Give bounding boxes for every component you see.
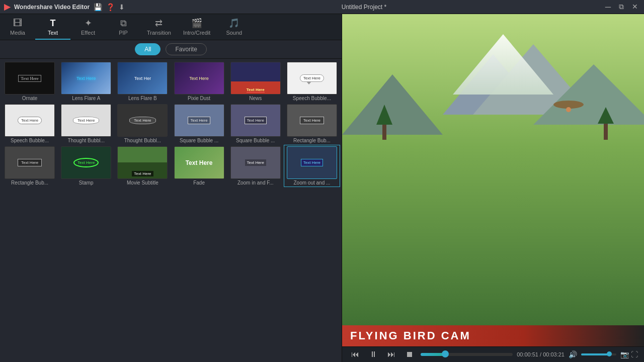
thumb-thought-bubble2-label: Thought Bubbl...: [124, 138, 161, 143]
thumb-zoom-out-label: Zoom out and ...: [293, 180, 330, 186]
tab-sound-label: Sound: [226, 30, 242, 36]
volume-bar[interactable]: [581, 353, 616, 355]
thumb-fade[interactable]: Text Here Fade: [171, 145, 226, 187]
thumb-news-label: News: [249, 96, 262, 101]
thumb-rect-bub1-label: Rectangle Bub...: [293, 138, 331, 143]
restore-button[interactable]: ⧉: [617, 3, 626, 12]
svg-point-11: [566, 107, 571, 112]
thumbnails-area: Text Here Ornate Text Here Lens Flare A …: [0, 59, 342, 362]
tab-effect-label: Effect: [81, 30, 95, 36]
thumb-news[interactable]: Text Here News: [228, 61, 283, 102]
thumb-lens-flare-a[interactable]: Text Here Lens Flare A: [58, 61, 114, 102]
tab-transition[interactable]: ⇄ Transition: [141, 16, 177, 40]
tab-text-label: Text: [48, 30, 58, 36]
pip-icon: ⧉: [120, 18, 127, 29]
stop-button[interactable]: ⏹: [403, 349, 417, 360]
progress-bar[interactable]: [421, 353, 513, 356]
thumb-thought-bubble2[interactable]: Text Here Thought Bubbl...: [115, 103, 170, 144]
tab-intro[interactable]: 🎬 Intro/Credit: [177, 16, 216, 40]
screen-buttons: 📷 ⛶: [620, 350, 638, 358]
thumb-speech-bubble2-label: Speech Bubble...: [11, 138, 49, 143]
titlebar-title: Untitled Project *: [342, 4, 386, 11]
tab-effect[interactable]: ✦ Effect: [70, 16, 106, 40]
thumb-lens-flare-b-label: Lens Flare B: [128, 96, 157, 101]
thumb-zoom-in-label: Zoom in and F...: [237, 180, 274, 186]
thumb-ornate[interactable]: Text Here Ornate: [2, 61, 57, 102]
filter-all-button[interactable]: All: [135, 43, 160, 55]
video-frame: FLYING BIRD CAM: [342, 14, 644, 346]
thumb-ornate-label: Ornate: [22, 96, 38, 101]
intro-icon: 🎬: [191, 18, 202, 29]
thumb-lens-flare-b[interactable]: Text Her Lens Flare B: [115, 61, 170, 102]
progress-thumb: [442, 350, 449, 357]
tab-bar: 🎞 Media T Text ✦ Effect ⧉ PIP ⇄ Transiti…: [0, 14, 342, 40]
close-button[interactable]: ✕: [630, 3, 640, 12]
volume-fill: [581, 353, 609, 355]
titlebar-controls: ─ ⧉ ✕: [603, 3, 640, 12]
video-overlay-text: FLYING BIRD CAM: [342, 325, 644, 346]
left-panel: 🎞 Media T Text ✦ Effect ⧉ PIP ⇄ Transiti…: [0, 14, 342, 362]
thumb-stamp[interactable]: Text Here Stamp: [58, 145, 114, 187]
download-icon[interactable]: ⬇: [119, 3, 125, 11]
thumb-stamp-label: Stamp: [79, 180, 94, 186]
titlebar-left: ▶ Wondershare Video Editor 💾 ❓ ⬇: [4, 2, 125, 12]
fullscreen-button[interactable]: ⛶: [631, 350, 638, 358]
app-logo-icon: ▶: [4, 2, 10, 12]
media-icon: 🎞: [13, 18, 22, 29]
transition-icon: ⇄: [155, 18, 163, 29]
play-next-button[interactable]: ⏭: [384, 349, 398, 360]
tab-intro-label: Intro/Credit: [183, 30, 210, 36]
app-name: Wondershare Video Editor: [14, 4, 90, 11]
thumb-speech-bubble2[interactable]: Text Here Speech Bubble...: [2, 103, 57, 144]
minimize-button[interactable]: ─: [603, 3, 613, 12]
thumb-rect-bub2[interactable]: Text Here Rectangle Bub...: [2, 145, 57, 187]
thumb-movie-subtitle-label: Movie Subtitle: [127, 180, 158, 186]
thumb-square-bubble2-label: Square Bubble ...: [236, 138, 275, 143]
thumb-rect-bub1[interactable]: Text Here Rectangle Bub...: [284, 103, 340, 144]
thumb-rect-bub2-label: Rectangle Bub...: [11, 180, 48, 186]
titlebar: ▶ Wondershare Video Editor 💾 ❓ ⬇ Untitle…: [0, 0, 644, 14]
tab-media-label: Media: [10, 30, 25, 36]
thumb-zoom-in[interactable]: Text Here Zoom in and F...: [228, 145, 283, 187]
tab-sound[interactable]: 🎵 Sound: [216, 16, 252, 40]
thumb-movie-subtitle[interactable]: Text Here Movie Subtitle: [115, 145, 170, 187]
thumb-pixie-dust-label: Pixie Dust: [188, 96, 210, 101]
skip-back-button[interactable]: ⏮: [348, 349, 362, 360]
thumb-square-bubble2[interactable]: Text Here Square Bubble ...: [228, 103, 283, 144]
tab-pip[interactable]: ⧉ PIP: [106, 16, 141, 40]
svg-rect-8: [604, 122, 608, 140]
filter-favorite-button[interactable]: Favorite: [166, 43, 206, 55]
playback-bar: ⏮ ⏸ ⏭ ⏹ 00:00:51 / 00:03:21 🔊 📷 ⛶: [342, 346, 644, 362]
right-panel: FLYING BIRD CAM ⏮ ⏸ ⏭ ⏹ 00:00:51 / 00:03…: [342, 14, 644, 362]
tab-transition-label: Transition: [147, 30, 171, 36]
time-display: 00:00:51 / 00:03:21: [517, 351, 565, 357]
save-icon[interactable]: 💾: [94, 3, 102, 11]
tab-media[interactable]: 🎞 Media: [0, 16, 35, 40]
pause-button[interactable]: ⏸: [366, 349, 380, 360]
tab-pip-label: PIP: [119, 30, 128, 36]
filter-bar: All Favorite: [0, 40, 342, 59]
thumb-thought-bubble1-label: Thought Bubbl...: [68, 138, 105, 143]
screenshot-button[interactable]: 📷: [620, 350, 629, 358]
thumb-fade-label: Fade: [193, 180, 205, 186]
effect-icon: ✦: [85, 18, 92, 29]
thumb-grid: Text Here Ornate Text Here Lens Flare A …: [2, 61, 340, 187]
thumb-speech-bubble1[interactable]: Text Here Speech Bubble...: [284, 61, 340, 102]
help-icon[interactable]: ❓: [106, 3, 115, 11]
text-tab-icon: T: [50, 18, 56, 29]
thumb-square-bubble1-label: Square Bubble ...: [180, 138, 218, 143]
preview-area: FLYING BIRD CAM: [342, 14, 644, 346]
volume-icon: 🔊: [569, 350, 577, 358]
thumb-thought-bubble1[interactable]: Text Here Thought Bubbl...: [58, 103, 114, 144]
tab-text[interactable]: T Text: [35, 16, 70, 40]
thumb-pixie-dust[interactable]: Text Here Pixie Dust: [171, 61, 226, 102]
thumb-square-bubble1[interactable]: Text Here Square Bubble ...: [171, 103, 226, 144]
thumb-zoom-out[interactable]: Text Here Zoom out and ...: [284, 145, 340, 187]
thumb-lens-flare-a-label: Lens Flare A: [72, 96, 100, 101]
sound-icon: 🎵: [228, 18, 239, 29]
thumb-speech-bubble1-label: Speech Bubble...: [293, 96, 331, 101]
volume-thumb: [607, 351, 612, 356]
main-container: 🎞 Media T Text ✦ Effect ⧉ PIP ⇄ Transiti…: [0, 14, 644, 362]
